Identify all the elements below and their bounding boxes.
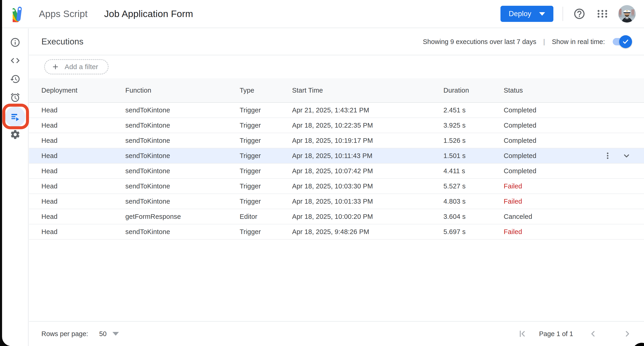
google-apps-button[interactable] (596, 8, 608, 20)
cell-type: Trigger (240, 228, 292, 236)
table-header-row: Deployment Function Type Start Time Dura… (29, 78, 644, 103)
sidebar-item-triggers[interactable] (7, 89, 24, 106)
brand-name: Apps Script (39, 9, 88, 19)
overview-info-icon (10, 37, 20, 48)
apps-script-logo-icon (13, 4, 33, 24)
executions-title-bar: Executions Showing 9 executions over las… (29, 29, 644, 55)
kebab-menu-icon (604, 151, 612, 160)
cell-start-time: Apr 18, 2025, 10:22:35 PM (292, 122, 444, 129)
cell-duration: 1.526 s (444, 137, 504, 144)
sidebar-item-editor[interactable] (7, 52, 24, 69)
editor-code-icon (10, 55, 20, 66)
help-button[interactable] (573, 8, 586, 20)
cell-status: Completed (504, 137, 644, 144)
pagination-controls: Page 1 of 1 (518, 329, 632, 338)
checkmark-icon (622, 38, 629, 45)
cell-type: Trigger (240, 167, 292, 175)
deploy-dropdown-caret-icon[interactable] (539, 12, 545, 16)
cell-deployment: Head (42, 122, 125, 129)
execution-row[interactable]: HeadsendToKintoneTriggerApr 21, 2025, 1:… (29, 103, 644, 118)
execution-row[interactable]: HeadsendToKintoneTriggerApr 18, 2025, 10… (29, 179, 644, 194)
execution-row[interactable]: HeadsendToKintoneTriggerApr 18, 2025, 10… (29, 163, 644, 179)
cell-deployment: Head (42, 228, 125, 236)
cell-duration: 5.697 s (444, 228, 504, 236)
executions-summary: Showing 9 executions over last 7 days (423, 38, 536, 46)
execution-row[interactable]: HeadsendToKintoneTriggerApr 18, 2025, 10… (29, 194, 644, 209)
project-title[interactable]: Job Application Form (104, 9, 193, 19)
row-menu-button[interactable] (604, 151, 612, 160)
executions-panel: Executions Showing 9 executions over las… (29, 29, 644, 346)
next-page-button[interactable] (623, 329, 632, 338)
cell-type: Editor (240, 213, 292, 221)
cell-deployment: Head (42, 152, 125, 160)
apps-script-brand[interactable]: Apps Script (13, 4, 88, 24)
cell-deployment: Head (42, 137, 125, 144)
cell-status: Completed (504, 167, 644, 175)
cell-function: sendToKintone (125, 106, 240, 114)
top-bar-divider (562, 7, 563, 21)
column-header-function: Function (125, 87, 240, 94)
top-bar: Apps Script Job Application Form Deploy (2, 0, 644, 28)
cell-deployment: Head (42, 106, 125, 114)
cell-function: getFormResponse (125, 213, 240, 221)
project-history-icon (10, 74, 20, 84)
top-bar-actions: Deploy (500, 5, 636, 23)
execution-row[interactable]: HeadsendToKintoneTriggerApr 18, 2025, 10… (29, 148, 644, 163)
column-header-deployment: Deployment (42, 87, 125, 94)
cell-duration: 2.451 s (444, 106, 504, 114)
row-expand-button[interactable] (622, 151, 631, 160)
sidebar-item-executions[interactable] (7, 108, 24, 125)
chevron-left-icon (588, 329, 598, 338)
cell-start-time: Apr 21, 2025, 1:43:21 PM (292, 106, 444, 114)
cell-status: Completed (504, 122, 644, 129)
deploy-button[interactable]: Deploy (500, 6, 554, 22)
chevron-right-icon (623, 329, 632, 338)
executions-icon (10, 111, 20, 122)
cell-type: Trigger (240, 106, 292, 114)
cell-duration: 4.803 s (444, 198, 504, 205)
add-filter-button[interactable]: Add a filter (44, 59, 108, 74)
cell-deployment: Head (42, 213, 125, 221)
plus-icon (51, 63, 60, 71)
execution-row[interactable]: HeadsendToKintoneTriggerApr 18, 2025, 10… (29, 118, 644, 133)
sidebar-item-project-history[interactable] (7, 71, 24, 87)
cell-status: Failed (504, 198, 644, 205)
rows-per-page-value[interactable]: 50 (99, 330, 106, 338)
cell-status: Failed (504, 228, 644, 236)
cell-status: Failed (504, 183, 644, 190)
sidebar-item-overview[interactable] (7, 34, 24, 51)
cell-type: Trigger (240, 137, 292, 144)
execution-row[interactable]: HeadsendToKintoneTriggerApr 18, 2025, 10… (29, 133, 644, 148)
rows-per-page-dropdown-icon[interactable] (112, 332, 119, 336)
column-header-start-time: Start Time (292, 87, 444, 94)
column-header-type: Type (240, 87, 292, 94)
user-avatar[interactable] (618, 5, 636, 23)
execution-row[interactable]: HeadgetFormResponseEditorApr 18, 2025, 1… (29, 209, 644, 224)
cell-start-time: Apr 18, 2025, 10:00:20 PM (292, 213, 444, 221)
cell-function: sendToKintone (125, 152, 240, 160)
previous-page-button[interactable] (588, 329, 598, 338)
executions-table: Deployment Function Type Start Time Dura… (29, 78, 644, 240)
left-sidebar (2, 29, 28, 346)
apps-script-window: Apps Script Job Application Form Deploy (0, 0, 644, 346)
execution-row[interactable]: HeadsendToKintoneTriggerApr 18, 2025, 9:… (29, 224, 644, 240)
cell-type: Trigger (240, 183, 292, 190)
column-header-status: Status (504, 87, 644, 94)
chevron-down-icon (622, 151, 631, 160)
cell-deployment: Head (42, 183, 125, 190)
sidebar-item-settings[interactable] (7, 126, 24, 143)
realtime-label: Show in real time: (552, 38, 605, 46)
realtime-toggle[interactable] (613, 38, 630, 46)
cell-start-time: Apr 18, 2025, 10:11:43 PM (292, 152, 444, 160)
first-page-button[interactable] (518, 329, 527, 338)
cell-deployment: Head (42, 167, 125, 175)
help-icon (573, 8, 586, 20)
cell-start-time: Apr 18, 2025, 10:07:42 PM (292, 167, 444, 175)
rows-per-page-label: Rows per page: (42, 330, 88, 338)
toggle-thumb (619, 35, 632, 48)
add-filter-label: Add a filter (65, 63, 98, 71)
cell-duration: 3.925 s (444, 122, 504, 129)
executions-summary-area: Showing 9 executions over last 7 days | … (423, 38, 634, 46)
cell-status: Canceled (504, 213, 644, 221)
page-title: Executions (42, 37, 84, 47)
